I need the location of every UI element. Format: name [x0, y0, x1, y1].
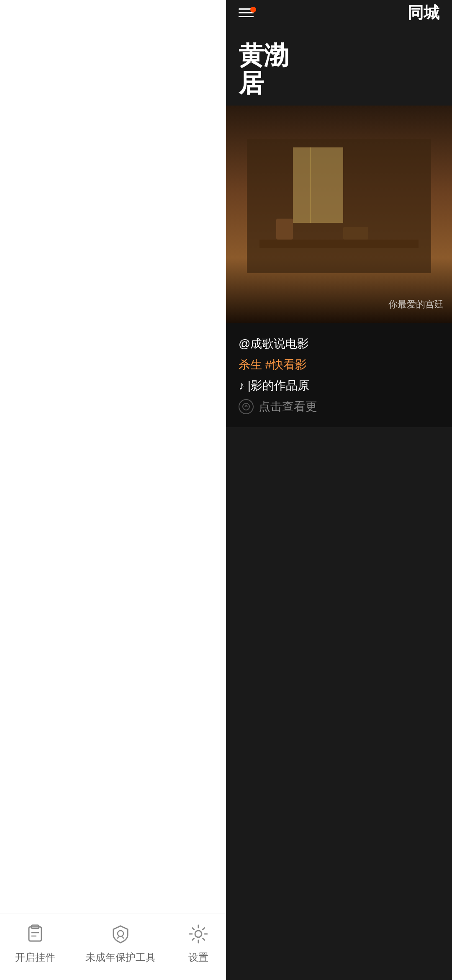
user-mention: @成歌说电影: [239, 336, 439, 352]
toolbar-settings[interactable]: 设置: [186, 921, 211, 964]
svg-rect-59: [276, 219, 293, 240]
right-panel: 同城 黄渤 居: [226, 0, 452, 980]
video-title-line1: 黄渤 居: [239, 42, 439, 97]
hashtag-text: 杀生 #快看影: [239, 357, 439, 373]
svg-rect-60: [343, 227, 368, 240]
video-title-area: 黄渤 居: [226, 25, 452, 106]
video-info-section: @成歌说电影 杀生 #快看影 ♪ |影的作品原 点击查看更: [226, 323, 452, 427]
music-note: ♪ |影的作品原: [239, 378, 439, 394]
view-more-icon: [239, 399, 254, 414]
toolbar-protection[interactable]: 未成年保护工具: [85, 921, 156, 964]
right-top-bar: 同城: [226, 0, 452, 25]
svg-rect-58: [259, 240, 419, 248]
video-overlay-text: 你最爱的宫廷: [388, 298, 444, 311]
svg-point-52: [118, 931, 123, 936]
protection-label: 未成年保护工具: [85, 951, 156, 964]
status-bar-left: [0, 0, 226, 25]
svg-point-61: [243, 403, 249, 410]
svg-point-53: [195, 931, 202, 937]
right-panel-title: 同城: [408, 2, 439, 23]
plugin-icon: [23, 921, 48, 946]
plugin-label: 开启挂件: [15, 951, 55, 964]
view-more[interactable]: 点击查看更: [239, 399, 439, 415]
settings-label: 设置: [188, 951, 208, 964]
protection-icon: [108, 921, 133, 946]
toolbar-plugin[interactable]: 开启挂件: [15, 921, 55, 964]
bottom-toolbar: 开启挂件 未成年保护工具 设置: [0, 913, 226, 980]
notification-dot: [250, 7, 256, 13]
view-more-text: 点击查看更: [259, 399, 317, 415]
svg-rect-56: [293, 147, 343, 223]
svg-rect-57: [310, 147, 311, 223]
settings-icon: [186, 921, 211, 946]
video-thumbnail[interactable]: 你最爱的宫廷: [226, 106, 452, 323]
